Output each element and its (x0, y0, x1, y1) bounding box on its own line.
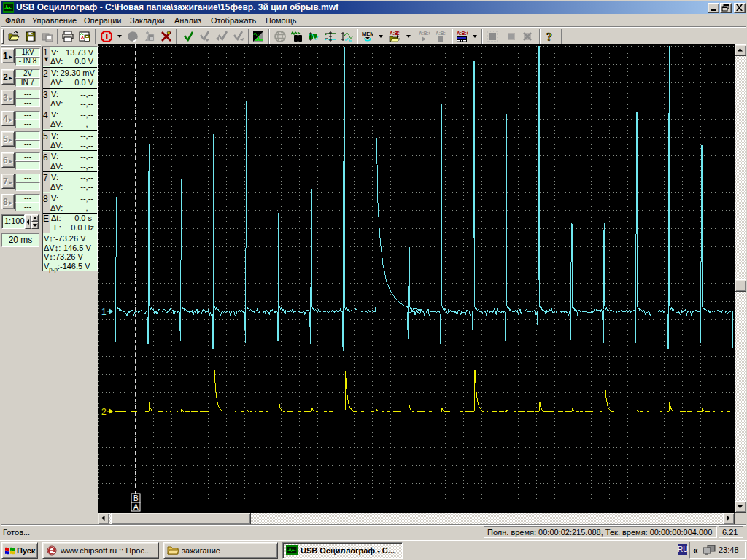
svg-text:B: B (133, 494, 139, 502)
svg-text:1: 1 (101, 307, 107, 317)
svg-text:A:B:C: A:B:C (457, 31, 468, 36)
svg-text:C: C (396, 31, 400, 36)
svg-text:2: 2 (101, 407, 107, 417)
svg-text:A: A (133, 503, 139, 511)
svg-text:A:B:C: A:B:C (436, 31, 446, 36)
svg-text:MEM: MEM (362, 31, 374, 37)
svg-text:A:B:C: A:B:C (419, 31, 430, 36)
svg-text:?: ? (546, 31, 552, 42)
